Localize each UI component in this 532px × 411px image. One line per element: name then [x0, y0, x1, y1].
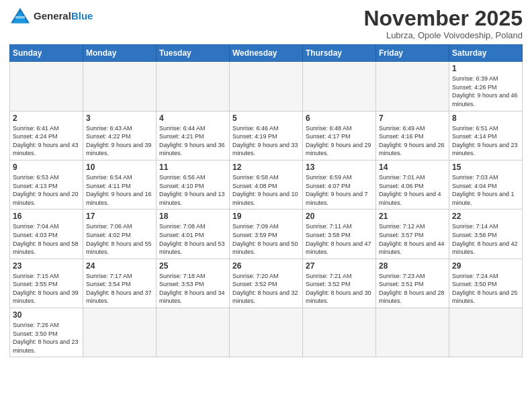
subtitle: Lubrza, Opole Voivodeship, Poland [363, 30, 523, 40]
day-number: 27 [306, 261, 373, 271]
day-info: Sunrise: 6:43 AM Sunset: 4:22 PM Dayligh… [86, 124, 153, 158]
day-info: Sunrise: 7:01 AM Sunset: 4:06 PM Dayligh… [379, 173, 446, 207]
day-number: 2 [13, 113, 80, 123]
day-info: Sunrise: 6:41 AM Sunset: 4:24 PM Dayligh… [13, 124, 80, 158]
day-number: 17 [86, 212, 153, 221]
day-number: 16 [13, 212, 80, 221]
table-row [376, 62, 449, 111]
day-info: Sunrise: 7:04 AM Sunset: 4:03 PM Dayligh… [13, 222, 80, 256]
table-row: 28Sunrise: 7:23 AM Sunset: 3:51 PM Dayli… [376, 259, 449, 308]
table-row: 8Sunrise: 6:51 AM Sunset: 4:14 PM Daylig… [449, 111, 523, 160]
table-row [230, 62, 303, 111]
table-row: 7Sunrise: 6:49 AM Sunset: 4:16 PM Daylig… [376, 111, 449, 160]
day-info: Sunrise: 6:46 AM Sunset: 4:19 PM Dayligh… [232, 124, 300, 158]
day-number: 26 [232, 261, 300, 271]
table-row: 2Sunrise: 6:41 AM Sunset: 4:24 PM Daylig… [10, 111, 83, 160]
day-info: Sunrise: 7:18 AM Sunset: 3:53 PM Dayligh… [159, 272, 226, 306]
table-row [230, 308, 303, 357]
day-number: 8 [452, 113, 519, 123]
day-info: Sunrise: 7:14 AM Sunset: 3:56 PM Dayligh… [452, 222, 519, 256]
title-block: November 2025 Lubrza, Opole Voivodeship,… [363, 7, 523, 40]
day-info: Sunrise: 7:08 AM Sunset: 4:01 PM Dayligh… [159, 222, 226, 256]
day-number: 13 [306, 163, 373, 172]
table-row: 6Sunrise: 6:48 AM Sunset: 4:17 PM Daylig… [303, 111, 376, 160]
svg-rect-2 [15, 16, 25, 19]
day-number: 21 [379, 212, 446, 221]
calendar-table: Sunday Monday Tuesday Wednesday Thursday… [9, 44, 523, 357]
table-row: 17Sunrise: 7:06 AM Sunset: 4:02 PM Dayli… [83, 210, 157, 259]
day-number: 10 [86, 163, 153, 172]
day-number: 6 [306, 113, 373, 123]
table-row: 23Sunrise: 7:15 AM Sunset: 3:55 PM Dayli… [10, 259, 83, 308]
day-info: Sunrise: 6:44 AM Sunset: 4:21 PM Dayligh… [159, 124, 226, 158]
table-row: 20Sunrise: 7:11 AM Sunset: 3:58 PM Dayli… [303, 210, 376, 259]
table-row: 27Sunrise: 7:21 AM Sunset: 3:52 PM Dayli… [303, 259, 376, 308]
day-info: Sunrise: 6:48 AM Sunset: 4:17 PM Dayligh… [306, 124, 373, 158]
col-saturday: Saturday [449, 45, 523, 62]
day-info: Sunrise: 7:24 AM Sunset: 3:50 PM Dayligh… [452, 272, 519, 306]
day-number: 30 [13, 310, 80, 320]
table-row [83, 308, 157, 357]
col-sunday: Sunday [10, 45, 83, 62]
day-info: Sunrise: 7:12 AM Sunset: 3:57 PM Dayligh… [379, 222, 446, 256]
day-number: 18 [159, 212, 226, 221]
day-number: 11 [159, 163, 226, 172]
day-info: Sunrise: 6:39 AM Sunset: 4:26 PM Dayligh… [452, 75, 519, 108]
table-row [449, 308, 523, 357]
day-number: 25 [159, 261, 226, 271]
table-row: 4Sunrise: 6:44 AM Sunset: 4:21 PM Daylig… [157, 111, 230, 160]
table-row: 11Sunrise: 6:56 AM Sunset: 4:10 PM Dayli… [157, 160, 230, 209]
table-row: 14Sunrise: 7:01 AM Sunset: 4:06 PM Dayli… [376, 160, 449, 209]
table-row [157, 308, 230, 357]
table-row: 12Sunrise: 6:58 AM Sunset: 4:08 PM Dayli… [230, 160, 303, 209]
col-friday: Friday [376, 45, 449, 62]
col-monday: Monday [83, 45, 157, 62]
header: GeneralBlue November 2025 Lubrza, Opole … [9, 7, 523, 40]
table-row [10, 62, 83, 111]
day-info: Sunrise: 7:26 AM Sunset: 3:50 PM Dayligh… [13, 321, 80, 355]
day-info: Sunrise: 7:03 AM Sunset: 4:04 PM Dayligh… [452, 173, 519, 207]
day-number: 24 [86, 261, 153, 271]
table-row: 3Sunrise: 6:43 AM Sunset: 4:22 PM Daylig… [83, 111, 157, 160]
day-number: 15 [452, 163, 519, 172]
day-number: 3 [86, 113, 153, 123]
table-row [303, 62, 376, 111]
table-row: 10Sunrise: 6:54 AM Sunset: 4:11 PM Dayli… [83, 160, 157, 209]
day-info: Sunrise: 6:59 AM Sunset: 4:07 PM Dayligh… [306, 173, 373, 207]
day-info: Sunrise: 6:51 AM Sunset: 4:14 PM Dayligh… [452, 124, 519, 158]
page: GeneralBlue November 2025 Lubrza, Opole … [0, 0, 532, 411]
day-number: 7 [379, 113, 446, 123]
day-number: 9 [13, 163, 80, 172]
table-row [303, 308, 376, 357]
table-row: 21Sunrise: 7:12 AM Sunset: 3:57 PM Dayli… [376, 210, 449, 259]
table-row: 29Sunrise: 7:24 AM Sunset: 3:50 PM Dayli… [449, 259, 523, 308]
logo-icon [9, 7, 31, 26]
table-row: 22Sunrise: 7:14 AM Sunset: 3:56 PM Dayli… [449, 210, 523, 259]
day-info: Sunrise: 7:09 AM Sunset: 3:59 PM Dayligh… [232, 222, 300, 256]
table-row: 16Sunrise: 7:04 AM Sunset: 4:03 PM Dayli… [10, 210, 83, 259]
col-wednesday: Wednesday [230, 45, 303, 62]
table-row: 24Sunrise: 7:17 AM Sunset: 3:54 PM Dayli… [83, 259, 157, 308]
table-row: 30Sunrise: 7:26 AM Sunset: 3:50 PM Dayli… [10, 308, 83, 357]
day-number: 28 [379, 261, 446, 271]
day-info: Sunrise: 6:53 AM Sunset: 4:13 PM Dayligh… [13, 173, 80, 207]
table-row: 5Sunrise: 6:46 AM Sunset: 4:19 PM Daylig… [230, 111, 303, 160]
day-number: 5 [232, 113, 300, 123]
day-info: Sunrise: 7:21 AM Sunset: 3:52 PM Dayligh… [306, 272, 373, 306]
day-number: 14 [379, 163, 446, 172]
day-number: 12 [232, 163, 300, 172]
day-info: Sunrise: 7:17 AM Sunset: 3:54 PM Dayligh… [86, 272, 153, 306]
table-row: 25Sunrise: 7:18 AM Sunset: 3:53 PM Dayli… [157, 259, 230, 308]
day-info: Sunrise: 7:15 AM Sunset: 3:55 PM Dayligh… [13, 272, 80, 306]
table-row [83, 62, 157, 111]
day-info: Sunrise: 7:11 AM Sunset: 3:58 PM Dayligh… [306, 222, 373, 256]
table-row [376, 308, 449, 357]
day-info: Sunrise: 7:06 AM Sunset: 4:02 PM Dayligh… [86, 222, 153, 256]
day-number: 23 [13, 261, 80, 271]
table-row: 26Sunrise: 7:20 AM Sunset: 3:52 PM Dayli… [230, 259, 303, 308]
day-info: Sunrise: 6:49 AM Sunset: 4:16 PM Dayligh… [379, 124, 446, 158]
day-number: 29 [452, 261, 519, 271]
day-number: 22 [452, 212, 519, 221]
logo-text: GeneralBlue [34, 11, 93, 22]
table-row: 19Sunrise: 7:09 AM Sunset: 3:59 PM Dayli… [230, 210, 303, 259]
